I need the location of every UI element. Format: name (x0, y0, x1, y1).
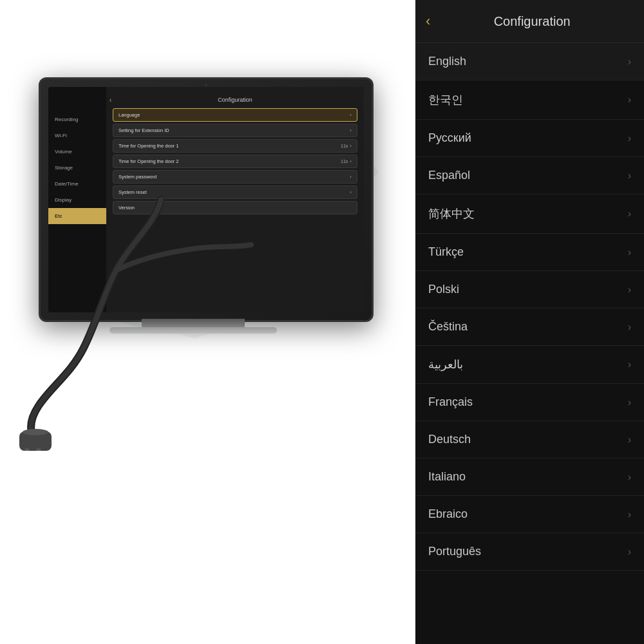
language-name-spanish: Español (428, 169, 470, 182)
language-item-arabic[interactable]: بالعربية › (415, 346, 644, 384)
chevron-right-icon: › (628, 208, 631, 220)
power-cable (0, 193, 290, 451)
chevron-right-icon: › (628, 321, 631, 333)
language-item-italian[interactable]: Italiano › (415, 459, 644, 496)
language-item-french[interactable]: Français › (415, 384, 644, 421)
language-name-hebrew: Ebraico (428, 507, 468, 521)
language-name-chinese: 简体中文 (428, 206, 475, 222)
language-item-portuguese[interactable]: Português › (415, 533, 644, 571)
chevron-icon: › (350, 128, 352, 133)
chevron-right-icon: › (628, 284, 631, 296)
chevron-right-icon: › (628, 546, 631, 558)
language-name-french: Français (428, 395, 473, 409)
language-item-english[interactable]: English › (415, 43, 644, 80)
chevron-right-icon: › (628, 509, 631, 520)
screen-nav-volume[interactable]: Volume (48, 144, 106, 160)
chevron-icon: › (350, 158, 352, 164)
screen-menu-language[interactable]: Language › (113, 108, 357, 122)
language-item-czech[interactable]: Čeština › (415, 308, 644, 346)
chevron-right-icon: › (628, 170, 631, 182)
language-list: English › 한국인 › Русский › Español › 简体中文… (415, 43, 644, 571)
language-item-russian[interactable]: Русский › (415, 120, 644, 157)
language-item-german[interactable]: Deutsch › (415, 421, 644, 459)
phone-header: ‹ Configuration (415, 0, 644, 43)
language-name-italian: Italiano (428, 470, 466, 484)
language-name-turkish: Türkçe (428, 245, 464, 259)
language-name-portuguese: Português (428, 545, 481, 558)
chevron-icon: › (350, 112, 352, 118)
language-item-polish[interactable]: Polski › (415, 271, 644, 308)
language-item-spanish[interactable]: Español › (415, 157, 644, 194)
screen-config-title: Configuration (113, 97, 357, 103)
screen-menu-door1[interactable]: Time for Opening the door 1 11s › (113, 139, 357, 153)
language-name-czech: Čeština (428, 320, 468, 334)
language-name-russian: Русский (428, 131, 471, 145)
chevron-icon: › (350, 189, 352, 195)
screen-back-arrow: ‹ (109, 97, 111, 104)
language-name-korean: 한국인 (428, 92, 463, 108)
chevron-icon: › (350, 143, 352, 149)
screen-menu-extension[interactable]: Setting for Extension ID › (113, 124, 357, 137)
phone-panel: ‹ Configuration English › 한국인 › Русский … (415, 0, 644, 644)
phone-back-button[interactable]: ‹ (426, 13, 430, 30)
screen-nav-datetime[interactable]: Date/Time (48, 176, 106, 192)
language-item-korean[interactable]: 한국인 › (415, 80, 644, 120)
language-name-polish: Polski (428, 283, 459, 296)
language-item-hebrew[interactable]: Ebraico › (415, 496, 644, 533)
screen-menu-door2[interactable]: Time for Opening the door 2 11s › (113, 155, 357, 168)
screen-nav-wifi[interactable]: Wi-Fi (48, 128, 106, 144)
svg-point-5 (23, 429, 48, 435)
chevron-icon: › (350, 174, 352, 180)
chevron-right-icon: › (628, 247, 631, 258)
chevron-right-icon: › (628, 94, 631, 106)
chevron-right-icon: › (628, 471, 631, 483)
language-name-german: Deutsch (428, 433, 471, 446)
chevron-right-icon: › (628, 434, 631, 446)
chevron-right-icon: › (628, 359, 631, 370)
chevron-right-icon: › (628, 397, 631, 408)
screen-nav-storage[interactable]: Storage (48, 160, 106, 176)
chevron-right-icon: › (628, 56, 631, 68)
language-item-turkish[interactable]: Türkçe › (415, 234, 644, 271)
language-name-english: English (428, 55, 466, 68)
screen-menu-password[interactable]: System password › (113, 170, 357, 184)
phone-config-title: Configuration (443, 14, 621, 29)
camera-dot (205, 84, 207, 86)
language-item-chinese[interactable]: 简体中文 › (415, 194, 644, 234)
chevron-right-icon: › (628, 133, 631, 144)
language-name-arabic: بالعربية (428, 357, 463, 372)
screen-nav-recording[interactable]: Recording (48, 111, 106, 128)
